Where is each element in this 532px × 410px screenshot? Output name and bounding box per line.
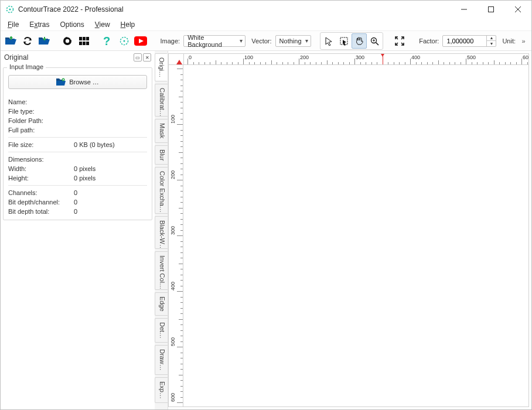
vtab-detect[interactable]: Det… bbox=[155, 318, 168, 343]
image-label: Image: bbox=[161, 37, 180, 45]
section-title: Input Image bbox=[7, 63, 46, 70]
canvas-area: 0100200300400500600 100200300400500600 bbox=[168, 51, 531, 409]
bpc-v: 0 bbox=[74, 199, 147, 206]
minimize-button[interactable] bbox=[451, 1, 478, 18]
close-button[interactable] bbox=[504, 1, 531, 18]
vtab-calibration[interactable]: Calibrat… bbox=[155, 84, 168, 117]
left-panel: Original ▭ ✕ Input Image Browse … Name: … bbox=[1, 51, 155, 409]
browse-label: Browse … bbox=[69, 78, 99, 86]
canvas[interactable] bbox=[183, 65, 529, 407]
folder-icon bbox=[56, 78, 66, 86]
vector-dropdown-value: Nothing bbox=[279, 37, 302, 45]
open-folder-button[interactable] bbox=[4, 33, 18, 49]
help-button[interactable]: ? bbox=[100, 33, 114, 49]
factor-spinbox[interactable]: ▲ ▼ bbox=[442, 35, 496, 47]
bpc-k: Bit depth/channel: bbox=[8, 199, 74, 206]
name-k: Name: bbox=[8, 98, 74, 105]
camera-button[interactable] bbox=[60, 33, 74, 49]
chevron-down-icon: ▾ bbox=[305, 37, 308, 44]
svg-rect-3 bbox=[489, 7, 494, 12]
about-button[interactable] bbox=[117, 33, 131, 49]
svg-rect-10 bbox=[86, 37, 89, 40]
channels-v: 0 bbox=[74, 189, 147, 196]
cursor-marker-icon bbox=[176, 60, 182, 64]
vtab-edge[interactable]: Edge bbox=[155, 292, 168, 316]
fullpath-k: Full path: bbox=[8, 127, 74, 134]
pan-tool[interactable] bbox=[352, 33, 367, 49]
refresh-button[interactable] bbox=[21, 33, 35, 49]
ruler-vertical[interactable]: 100200300400500600 bbox=[168, 65, 183, 407]
factor-label: Factor: bbox=[419, 37, 439, 45]
panel-title: Original bbox=[4, 53, 28, 62]
factor-spin-up[interactable]: ▲ bbox=[487, 36, 496, 41]
select-area-tool[interactable] bbox=[336, 33, 352, 49]
maximize-button[interactable] bbox=[478, 1, 504, 18]
browse-button[interactable]: Browse … bbox=[8, 75, 147, 89]
titlebar: ContourTrace 2022 - Professional bbox=[1, 1, 531, 18]
vtab-blur[interactable]: Blur bbox=[155, 145, 168, 165]
vtab-draw[interactable]: Draw… bbox=[155, 345, 168, 375]
vtab-invert-colors[interactable]: Invert Col… bbox=[155, 251, 168, 290]
content-area: Original ▭ ✕ Input Image Browse … Name: … bbox=[1, 51, 531, 409]
pointer-tool[interactable] bbox=[321, 33, 336, 49]
window-buttons bbox=[451, 1, 531, 18]
svg-line-20 bbox=[376, 42, 378, 45]
name-v bbox=[74, 98, 147, 105]
vtab-black-white[interactable]: Black-W… bbox=[155, 216, 168, 249]
vtab-original[interactable]: Origi… bbox=[155, 53, 168, 81]
svg-rect-9 bbox=[83, 37, 86, 40]
image-dropdown-value: White Background bbox=[187, 34, 236, 48]
vtab-color-exchange[interactable]: Color Excha… bbox=[155, 167, 168, 214]
bpt-k: Bit depth total: bbox=[8, 208, 74, 215]
svg-rect-11 bbox=[79, 42, 82, 45]
menu-options[interactable]: Options bbox=[55, 19, 88, 30]
fit-button[interactable] bbox=[392, 33, 406, 49]
vtab-mask[interactable]: Mask bbox=[155, 119, 168, 142]
svg-rect-8 bbox=[79, 37, 82, 40]
batch-button[interactable] bbox=[77, 33, 91, 49]
fullpath-v bbox=[74, 127, 147, 134]
input-image-section: Input Image Browse … Name: File type: Fo… bbox=[3, 67, 152, 220]
vertical-tabs: Origi… Calibrat… Mask Blur Color Excha… … bbox=[155, 51, 168, 409]
ruler-origin-corner bbox=[168, 53, 183, 65]
filesize-v: 0 KB (0 bytes) bbox=[74, 141, 147, 148]
folder-v bbox=[74, 117, 147, 124]
vector-dropdown[interactable]: Nothing ▾ bbox=[275, 35, 311, 47]
height-v: 0 pixels bbox=[74, 175, 147, 182]
width-v: 0 pixels bbox=[74, 165, 147, 172]
width-k: Width: bbox=[8, 165, 74, 172]
svg-rect-13 bbox=[86, 42, 89, 45]
dimensions-k: Dimensions: bbox=[8, 156, 74, 163]
filetype-k: File type: bbox=[8, 108, 74, 115]
svg-point-1 bbox=[9, 9, 11, 11]
vector-label: Vector: bbox=[251, 37, 271, 45]
factor-spin-down[interactable]: ▼ bbox=[487, 41, 496, 46]
app-icon bbox=[5, 5, 15, 14]
mouse-tool-group bbox=[320, 32, 383, 50]
toolbar-overflow[interactable]: » bbox=[519, 37, 528, 45]
channels-k: Channels: bbox=[8, 189, 74, 196]
unit-label: Unit: bbox=[502, 37, 516, 45]
image-dropdown[interactable]: White Background ▾ bbox=[183, 35, 245, 47]
vtab-export[interactable]: Exp… bbox=[155, 377, 168, 403]
panel-close-button[interactable]: ✕ bbox=[143, 53, 151, 62]
chevron-down-icon: ▾ bbox=[240, 37, 243, 44]
panel-detach-button[interactable]: ▭ bbox=[134, 53, 142, 62]
factor-input[interactable] bbox=[446, 37, 486, 45]
menu-help[interactable]: Help bbox=[116, 19, 140, 30]
svg-point-7 bbox=[66, 39, 69, 42]
svg-text:?: ? bbox=[103, 35, 110, 47]
menubar: File Extras Options View Help bbox=[1, 18, 531, 31]
save-button[interactable] bbox=[37, 33, 52, 49]
menu-file[interactable]: File bbox=[3, 19, 23, 30]
youtube-button[interactable] bbox=[134, 33, 148, 49]
window-title: ContourTrace 2022 - Professional bbox=[18, 5, 124, 13]
panel-header: Original ▭ ✕ bbox=[3, 53, 152, 63]
zoom-tool[interactable] bbox=[367, 33, 382, 49]
svg-rect-12 bbox=[83, 42, 86, 45]
menu-extras[interactable]: Extras bbox=[25, 19, 54, 30]
filetype-v bbox=[74, 108, 147, 115]
ruler-horizontal[interactable]: 0100200300400500600 bbox=[183, 53, 529, 65]
menu-view[interactable]: View bbox=[90, 19, 115, 30]
factor-spin-buttons: ▲ ▼ bbox=[486, 36, 496, 46]
